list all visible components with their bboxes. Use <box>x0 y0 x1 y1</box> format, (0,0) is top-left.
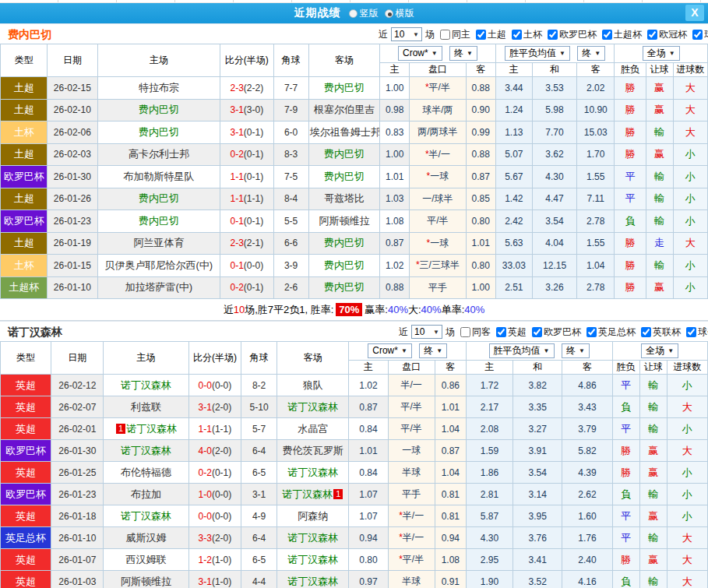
away-team-name: 根塞尔伯里吉 <box>314 104 375 115</box>
same-venue-checkbox[interactable] <box>460 327 470 337</box>
avg-draw: 3.53 <box>532 77 576 100</box>
avg-home: 2.81 <box>466 484 513 505</box>
fulltime-score: 1-1 <box>231 193 244 204</box>
recent-count-select[interactable]: 10▼ <box>411 325 442 339</box>
away-team: 诺丁汉森林 <box>277 462 349 484</box>
goals-flag: 大 <box>673 77 707 100</box>
handicap: *三/三球半 <box>410 255 466 277</box>
home-team: 诺丁汉森林 <box>104 440 188 462</box>
away-team-name: 费内巴切 <box>324 171 365 182</box>
league-checkbox-球会友谊[interactable] <box>692 30 703 40</box>
away-odds: 0.86 <box>435 375 466 396</box>
handicap-value: 一球 <box>402 445 421 456</box>
league-checkbox-土超杯[interactable] <box>602 30 612 40</box>
vertical-layout-radio[interactable] <box>349 9 358 18</box>
league-checkbox-土杯[interactable] <box>512 30 522 40</box>
handicap: *一球 <box>410 166 466 188</box>
home-odds: 0.84 <box>349 462 388 484</box>
same-venue-checkbox[interactable] <box>440 30 450 40</box>
home-odds: 1.08 <box>380 210 410 233</box>
final-avg-select[interactable]: 终▼ <box>577 46 605 61</box>
summary-bar: 近10场,胜7平2负1, 胜率:70%赢率:40%大:40%单率:40% <box>0 299 708 321</box>
match-date: 26-02-10 <box>48 99 97 121</box>
handicap: 两/两球半 <box>410 121 466 144</box>
fulltime-score: 3-1 <box>231 104 244 115</box>
stat-label: 单率: <box>442 303 465 317</box>
goals-flag: 大 <box>667 440 707 462</box>
away-team: 阿森纳 <box>277 505 349 527</box>
result-flag: 負 <box>612 571 639 588</box>
avg-draw: 3.91 <box>513 440 562 462</box>
chevron-down-icon: ▼ <box>401 347 407 354</box>
handicap-value: 半/一 <box>403 510 424 521</box>
match-type: 土超 <box>1 77 48 100</box>
home-team-name: 高卡尔利士邦 <box>129 148 189 160</box>
away-team: 诺丁汉森林 <box>277 549 349 571</box>
avg-away: 1.55 <box>577 232 615 255</box>
away-odds: 1.01 <box>466 232 495 255</box>
avg-select[interactable]: 胜平负均值▼ <box>489 343 555 358</box>
scope-select[interactable]: 全场▼ <box>641 343 678 358</box>
away-odds: 0.99 <box>466 121 495 144</box>
horizontal-layout-label: 横版 <box>396 7 414 20</box>
spread-flag: 輸 <box>639 396 667 418</box>
avg-draw: 3.54 <box>532 210 576 233</box>
final-odds-select[interactable]: 终▼ <box>419 343 447 358</box>
away-team-name: 费伦茨瓦罗斯 <box>283 445 343 456</box>
company-select[interactable]: Crow*▼ <box>368 343 412 358</box>
handicap: 半球 <box>388 462 435 484</box>
scope-select[interactable]: 全场▼ <box>643 46 680 61</box>
avg-draw: 3.76 <box>513 527 562 549</box>
final-avg-select[interactable]: 终▼ <box>562 343 590 358</box>
league-label: 球会友谊 <box>698 326 708 339</box>
table-row: 欧罗巴杯26-01-23费内巴切0-1(0-1)5-5阿斯顿维拉1.08平/半0… <box>1 210 708 233</box>
col-score: 比分(半场) <box>220 44 273 77</box>
result-flag: 勝 <box>615 77 646 100</box>
away-odds: 1.00 <box>466 276 495 299</box>
col-away: 客场 <box>308 44 379 77</box>
avg-draw: 7.70 <box>532 121 576 144</box>
chevron-down-icon: ▼ <box>433 329 439 336</box>
recent-count-select[interactable]: 10▼ <box>391 27 422 41</box>
corner-score: 4-4 <box>241 571 277 588</box>
away-odds: 1.04 <box>435 462 466 484</box>
corner-score: 6-4 <box>241 527 277 549</box>
horizontal-layout-radio[interactable] <box>385 9 393 18</box>
company-select[interactable]: Crow*▼ <box>398 46 442 61</box>
home-team-name: 利兹联 <box>131 401 161 413</box>
close-icon[interactable]: X <box>685 5 704 21</box>
goals-flag: 大 <box>667 549 707 571</box>
avg-select[interactable]: 胜平负均值▼ <box>505 46 570 61</box>
avg-home: 3.44 <box>495 77 532 100</box>
results-table-fenerbahce: 类型 日期 主场 比分(半场) 角球 客场 Crow*▼ 终▼ 胜平负均值▼ 终… <box>0 44 708 299</box>
league-checkbox-英联杯[interactable] <box>641 327 651 337</box>
chevron-down-icon: ▼ <box>431 50 438 57</box>
handicap-value: 三/三球半 <box>420 259 460 270</box>
fulltime-score: 0-2 <box>231 149 244 160</box>
avg-home: 2.08 <box>466 418 513 440</box>
chevron-down-icon: ▼ <box>594 50 601 57</box>
red-card-badge: 1 <box>333 489 343 499</box>
match-score: 0-1(0-0) <box>220 255 273 277</box>
avg-home: 1.72 <box>466 375 513 396</box>
spread-flag: 赢 <box>639 462 667 484</box>
league-checkbox-欧罗巴杯[interactable] <box>532 327 542 337</box>
league-checkbox-土超[interactable] <box>476 30 486 40</box>
avg-home: 1.86 <box>466 462 513 484</box>
league-checkbox-英足总杯[interactable] <box>586 327 597 337</box>
home-team: 西汉姆联 <box>104 549 188 571</box>
avg-draw: 3.41 <box>513 549 562 571</box>
spread-flag: 輸 <box>646 166 673 188</box>
league-checkbox-英超[interactable] <box>496 327 506 337</box>
home-team-name: 特拉布宗 <box>139 82 179 93</box>
final-odds-select[interactable]: 终▼ <box>449 46 477 61</box>
col-type: 类型 <box>1 44 48 77</box>
home-team-name: 布加勒斯特星队 <box>123 171 194 182</box>
away-team-name: 费内巴切 <box>324 148 365 160</box>
league-checkbox-欧冠杯[interactable] <box>647 30 657 40</box>
league-checkbox-球会友谊[interactable] <box>686 327 696 337</box>
league-label: 英联杯 <box>653 326 681 339</box>
spread-flag: 赢 <box>646 99 673 121</box>
match-score: 1-2(1-0) <box>188 549 241 571</box>
league-checkbox-欧罗巴杯[interactable] <box>548 30 558 40</box>
